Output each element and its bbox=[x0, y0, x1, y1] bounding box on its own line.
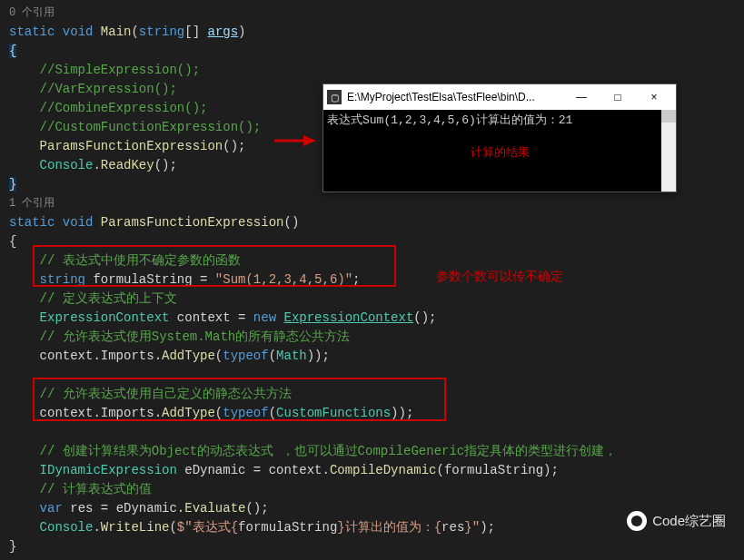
brace-close: } bbox=[9, 537, 735, 556]
console-title: E:\MyProject\TestElsa\TestFlee\bin\D... bbox=[347, 91, 563, 103]
comment-line: // 计算表达式的值 bbox=[9, 480, 735, 499]
comment-line: // 允许表达式使用自己定义的静态公共方法 bbox=[9, 385, 735, 404]
formula-line: string formulaString = "Sum(1,2,3,4,5,6)… bbox=[9, 270, 735, 290]
comment-line: // 定义表达式的上下文 bbox=[9, 290, 735, 309]
comment-line: // 创建计算结果为Object的动态表达式 ，也可以通过CompileGene… bbox=[9, 442, 735, 461]
console-result-annotation: 计算的结果 bbox=[327, 144, 672, 161]
blank-line bbox=[9, 366, 735, 385]
console-titlebar[interactable]: ▢ E:\MyProject\TestElsa\TestFlee\bin\D..… bbox=[323, 84, 676, 110]
arrow-annotation-icon bbox=[273, 133, 316, 154]
scrollbar-thumb[interactable] bbox=[661, 110, 676, 123]
watermark-text: Code综艺圈 bbox=[652, 513, 726, 530]
comment-line: //SimpleExpression(); bbox=[9, 61, 735, 80]
console-app-icon: ▢ bbox=[327, 90, 342, 104]
brace-open: { bbox=[9, 232, 735, 251]
math-addtype-line: context.Imports.AddType(typeof(Math)); bbox=[9, 347, 735, 366]
comment-line: // 表达式中使用不确定参数的函数 bbox=[9, 251, 735, 270]
annotation-param-note: 参数个数可以传不确定 bbox=[436, 269, 563, 285]
blank-line bbox=[9, 423, 735, 442]
eval-line: var res = eDynamic.Evaluate(); bbox=[9, 499, 735, 518]
pfe-signature: static void ParamsFunctionExpression() bbox=[9, 213, 735, 232]
context-line: ExpressionContext context = new Expressi… bbox=[9, 309, 735, 328]
close-button[interactable]: × bbox=[636, 85, 672, 109]
console-output-line: 表达式Sum(1,2,3,4,5,6)计算出的值为：21 bbox=[327, 112, 672, 128]
watermark: Code综艺圈 bbox=[627, 511, 726, 531]
custom-addtype-line: context.Imports.AddType(typeof(CustomFun… bbox=[9, 404, 735, 423]
dynamic-line: IDynamicExpression eDynamic = context.Co… bbox=[9, 461, 735, 480]
brace-open: { bbox=[9, 42, 735, 61]
reference-count: 1 个引用 bbox=[9, 194, 735, 213]
reference-count: 0 个引用 bbox=[9, 4, 735, 23]
main-signature: static void Main(string[] args) bbox=[9, 23, 735, 42]
minimize-button[interactable]: — bbox=[563, 85, 600, 109]
console-scrollbar[interactable] bbox=[661, 110, 676, 192]
maximize-button[interactable]: □ bbox=[600, 85, 636, 109]
console-window: ▢ E:\MyProject\TestElsa\TestFlee\bin\D..… bbox=[322, 84, 677, 192]
svg-marker-1 bbox=[303, 135, 316, 146]
comment-line: // 允许表达式使用System.Math的所有静态公共方法 bbox=[9, 328, 735, 347]
console-body: 表达式Sum(1,2,3,4,5,6)计算出的值为：21 计算的结果 bbox=[323, 110, 676, 192]
wechat-icon bbox=[627, 511, 647, 531]
writeline-line: Console.WriteLine($"表达式{formulaString}计算… bbox=[9, 518, 735, 537]
